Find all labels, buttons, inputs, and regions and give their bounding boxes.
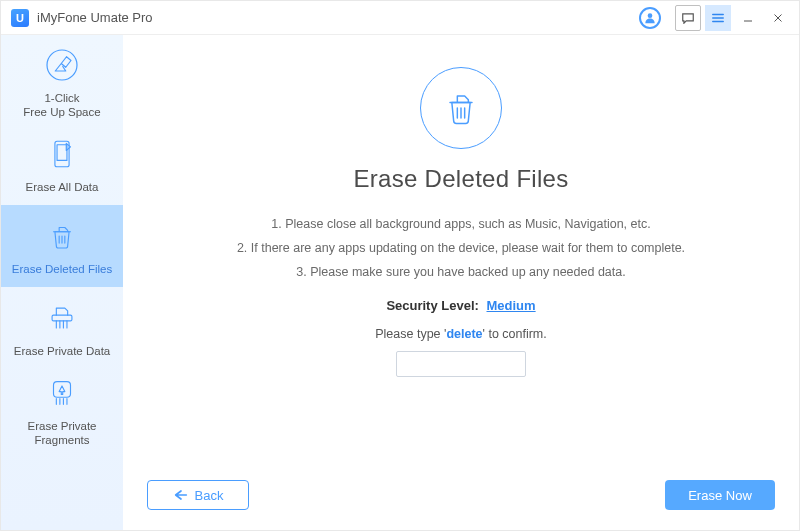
chat-icon bbox=[681, 12, 695, 24]
sidebar-item-label: Erase All Data bbox=[20, 180, 105, 194]
svg-point-0 bbox=[648, 13, 653, 18]
confirm-instruction: Please type 'delete' to confirm. bbox=[375, 327, 547, 341]
titlebar: U iMyFone Umate Pro bbox=[1, 1, 799, 35]
sidebar-item-label: 1-ClickFree Up Space bbox=[17, 91, 106, 120]
svg-point-1 bbox=[47, 50, 77, 80]
instruction-line: 1. Please close all background apps, suc… bbox=[237, 213, 685, 237]
security-level-row: Security Level: Medium bbox=[386, 298, 535, 313]
page-title: Erase Deleted Files bbox=[353, 165, 568, 193]
feedback-button[interactable] bbox=[675, 5, 701, 31]
menu-button[interactable] bbox=[705, 5, 731, 31]
sidebar-item-erase-private-data[interactable]: Erase Private Data bbox=[1, 287, 123, 369]
phone-erase-icon bbox=[42, 134, 82, 174]
sidebar-item-erase-all-data[interactable]: Erase All Data bbox=[1, 123, 123, 205]
sidebar-item-label: Erase PrivateFragments bbox=[21, 419, 102, 448]
user-account-button[interactable] bbox=[639, 7, 661, 29]
security-level-link[interactable]: Medium bbox=[487, 298, 536, 313]
trash-file-icon bbox=[42, 216, 82, 256]
erase-now-button[interactable]: Erase Now bbox=[665, 480, 775, 510]
broom-icon bbox=[42, 45, 82, 85]
app-title: iMyFone Umate Pro bbox=[37, 10, 153, 25]
confirm-input[interactable] bbox=[396, 351, 526, 377]
back-button-label: Back bbox=[195, 488, 224, 503]
instruction-line: 2. If there are any apps updating on the… bbox=[237, 237, 685, 261]
sidebar-item-label: Erase Private Data bbox=[8, 344, 117, 358]
main-panel: Erase Deleted Files 1. Please close all … bbox=[123, 35, 799, 530]
close-button[interactable] bbox=[765, 5, 791, 31]
minimize-icon bbox=[742, 12, 754, 24]
trash-file-hero-icon bbox=[439, 86, 483, 130]
back-arrow-icon bbox=[173, 488, 189, 502]
svg-rect-3 bbox=[57, 145, 67, 161]
sidebar-item-label: Erase Deleted Files bbox=[6, 262, 118, 276]
shredder-icon bbox=[42, 298, 82, 338]
app-shred-icon bbox=[42, 373, 82, 413]
minimize-button[interactable] bbox=[735, 5, 761, 31]
confirm-keyword: delete bbox=[446, 327, 482, 341]
back-button[interactable]: Back bbox=[147, 480, 249, 510]
security-level-label: Security Level: bbox=[386, 298, 479, 313]
close-icon bbox=[772, 12, 784, 24]
sidebar-item-erase-deleted-files[interactable]: Erase Deleted Files bbox=[1, 205, 123, 287]
user-icon bbox=[643, 11, 657, 25]
menu-icon bbox=[711, 12, 725, 24]
app-logo-icon: U bbox=[11, 9, 29, 27]
hero-icon-ring bbox=[420, 67, 502, 149]
sidebar-item-free-up-space[interactable]: 1-ClickFree Up Space bbox=[1, 41, 123, 123]
sidebar: 1-ClickFree Up Space Erase All Data Eras… bbox=[1, 35, 123, 530]
instructions: 1. Please close all background apps, suc… bbox=[237, 213, 685, 284]
svg-rect-4 bbox=[52, 315, 72, 321]
instruction-line: 3. Please make sure you have backed up a… bbox=[237, 261, 685, 285]
sidebar-item-erase-private-fragments[interactable]: Erase PrivateFragments bbox=[1, 369, 123, 451]
